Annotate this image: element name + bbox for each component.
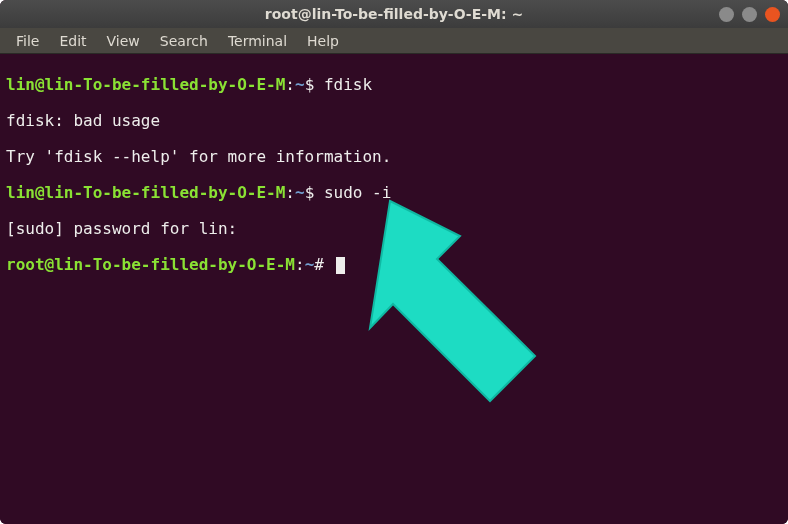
prompt-path: ~ [305, 255, 315, 274]
menu-terminal[interactable]: Terminal [218, 30, 297, 52]
titlebar: root@lin-To-be-filled-by-O-E-M: ~ [0, 0, 788, 28]
minimize-icon[interactable] [719, 7, 734, 22]
command-text: sudo -i [324, 183, 391, 202]
menu-help[interactable]: Help [297, 30, 349, 52]
menu-search[interactable]: Search [150, 30, 218, 52]
terminal-line: lin@lin-To-be-filled-by-O-E-M:~$ sudo -i [6, 184, 782, 202]
menubar: File Edit View Search Terminal Help [0, 28, 788, 54]
terminal-line: lin@lin-To-be-filled-by-O-E-M:~$ fdisk [6, 76, 782, 94]
prompt-path: ~ [295, 75, 305, 94]
window-controls [719, 7, 780, 22]
terminal-line: Try 'fdisk --help' for more information. [6, 148, 782, 166]
command-text: fdisk [324, 75, 372, 94]
terminal-line: fdisk: bad usage [6, 112, 782, 130]
arrow-annotation-icon [365, 160, 565, 452]
terminal-window: root@lin-To-be-filled-by-O-E-M: ~ File E… [0, 0, 788, 524]
window-title: root@lin-To-be-filled-by-O-E-M: ~ [265, 6, 523, 22]
menu-edit[interactable]: Edit [49, 30, 96, 52]
maximize-icon[interactable] [742, 7, 757, 22]
terminal-line: [sudo] password for lin: [6, 220, 782, 238]
prompt-user: lin@lin-To-be-filled-by-O-E-M [6, 75, 285, 94]
prompt-user: lin@lin-To-be-filled-by-O-E-M [6, 183, 285, 202]
terminal-line: root@lin-To-be-filled-by-O-E-M:~# [6, 256, 782, 274]
close-icon[interactable] [765, 7, 780, 22]
prompt-user: root@lin-To-be-filled-by-O-E-M [6, 255, 295, 274]
cursor-block [336, 257, 345, 274]
terminal-body[interactable]: lin@lin-To-be-filled-by-O-E-M:~$ fdisk f… [0, 54, 788, 524]
prompt-path: ~ [295, 183, 305, 202]
menu-view[interactable]: View [97, 30, 150, 52]
menu-file[interactable]: File [6, 30, 49, 52]
